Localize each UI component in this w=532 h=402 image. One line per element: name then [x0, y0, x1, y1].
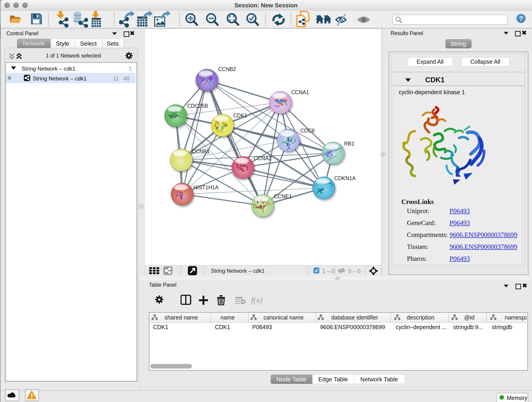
svg-text:CCNA1: CCNA1 [291, 89, 309, 95]
svg-text:CCNA2: CCNA2 [254, 155, 272, 161]
svg-text:RB1: RB1 [344, 141, 355, 147]
svg-text:CDC6: CDC6 [300, 128, 315, 134]
svg-text:CCNB2: CCNB2 [218, 66, 236, 72]
svg-text:CDC25B: CDC25B [187, 103, 208, 109]
svg-text:CDK1: CDK1 [233, 113, 247, 119]
svg-text:CCNE1: CCNE1 [274, 193, 292, 199]
svg-text:CDKN1A: CDKN1A [334, 175, 356, 181]
svg-text:CCNB1: CCNB1 [192, 148, 210, 154]
svg-text:HIST1H1A: HIST1H1A [193, 185, 219, 191]
